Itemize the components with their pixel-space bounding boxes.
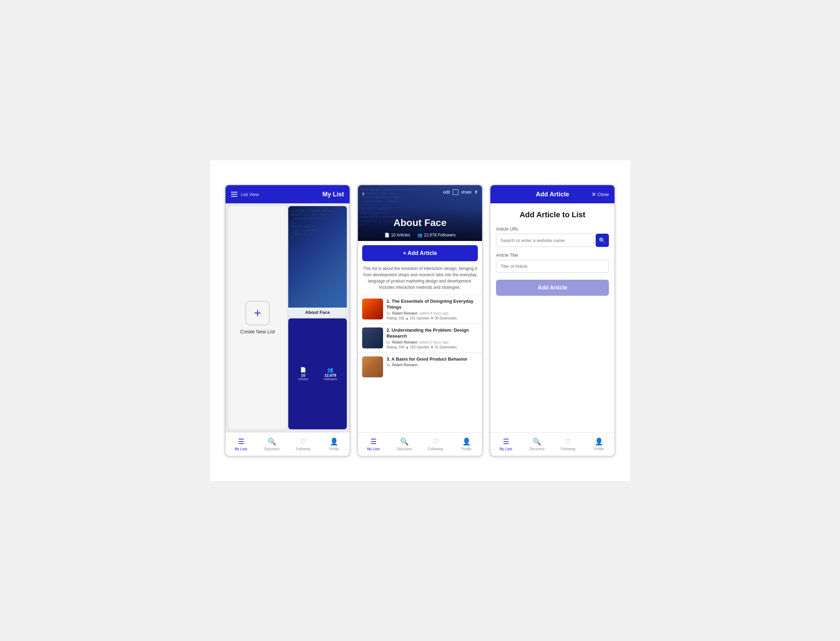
phone3-content: Add Article to List Article URL 🔍 Articl… (490, 203, 615, 432)
close-x-icon: ✕ (591, 191, 596, 198)
create-new-label: Create New List (240, 329, 275, 335)
phone1-header: List View My List (225, 185, 350, 203)
article-item[interactable]: 2. Understanding the Problem: Design Res… (358, 324, 482, 353)
article-item[interactable]: 3. A Basis for Good Product Behavior by:… (358, 353, 482, 381)
phone1-title: My List (323, 191, 344, 198)
nav-discovery-2[interactable]: 🔍 Discovery (389, 432, 420, 456)
list-view-label: List View (241, 192, 259, 197)
about-face-stats[interactable]: 📄 10 Articles 👥 12,678 Followers (288, 319, 347, 429)
phone3-header: Add Article ✕ Close (490, 185, 615, 203)
profile-icon-3: 👤 (594, 437, 603, 446)
article-meta-2: by: Robert Reimann added 2 hours ago (387, 340, 478, 344)
search-button[interactable]: 🔍 (596, 234, 609, 247)
phone1-content: + Create New List const app = require('e… (225, 203, 350, 432)
articles-stat: 📄 10 Articles (298, 367, 308, 381)
phone2-bottom-nav: ☰ My Lists 🔍 Discovery ♡ Following 👤 Pro… (358, 432, 482, 456)
articles-stat-icon: 📄 (384, 233, 390, 237)
phone-my-list: List View My List + Create New List cons… (225, 185, 350, 456)
form-main-title: Add Article to List (496, 210, 609, 219)
discovery-icon: 🔍 (268, 437, 276, 446)
phone1-bottom-nav: ☰ My Lists 🔍 Discovery ♡ Following 👤 Pro… (225, 432, 350, 456)
nav-following-2[interactable]: ♡ Following (420, 432, 451, 456)
phone3-title: Add Article (536, 191, 569, 198)
article-title-3: 3. A Basis for Good Product Behavior (387, 356, 478, 362)
nav-my-lists[interactable]: ☰ My Lists (225, 432, 257, 456)
title-label: Article Title (496, 253, 609, 258)
article-info-2: 2. Understanding the Problem: Design Res… (387, 327, 478, 349)
my-lists-icon-2: ☰ (371, 437, 377, 446)
articles-count-stat: 📄 10 Articles (384, 233, 410, 237)
nav-discovery-3[interactable]: 🔍 Discovery (522, 432, 553, 456)
close-button[interactable]: ✕ Close (591, 191, 609, 198)
followers-icon: 👥 (327, 367, 333, 372)
edit-button[interactable]: edit (443, 190, 450, 195)
menu-icon[interactable] (231, 192, 238, 197)
article-info-3: 3. A Basis for Good Product Behavior by:… (387, 356, 478, 377)
article-rating-1: Rating: 105 ▲ 151 Upvotes ▼ 50 Downvotes (387, 316, 478, 320)
submit-add-article-button[interactable]: Add Article (496, 280, 609, 296)
followers-count-stat: 👥 12,678 Followers (417, 233, 456, 237)
nav-profile[interactable]: 👤 Profile (318, 432, 350, 456)
nav-my-lists-2[interactable]: ☰ My Lists (358, 432, 389, 456)
article-info-1: 1. The Essentials of Designing Everyday … (387, 298, 478, 320)
my-lists-icon-3: ☰ (503, 437, 509, 446)
phone3-bottom-nav: ☰ My Lists 🔍 Discovery ♡ Following 👤 Pro… (490, 432, 615, 456)
nav-discovery[interactable]: 🔍 Discovery (257, 432, 287, 456)
article-thumbnail-1 (362, 298, 383, 319)
nav-profile-2[interactable]: 👤 Profile (451, 432, 482, 456)
plus-icon: + (246, 301, 270, 325)
url-input[interactable] (496, 234, 594, 247)
article-meta-3: by: Robert Reimann (387, 363, 478, 367)
following-icon: ♡ (300, 437, 307, 446)
create-new-list-button[interactable]: + Create New List (228, 206, 287, 429)
nav-my-lists-3[interactable]: ☰ My Lists (490, 432, 522, 456)
share-icon: ⬆ (474, 190, 478, 195)
profile-icon: 👤 (330, 437, 339, 446)
back-button[interactable]: ‹ (362, 189, 365, 197)
decorative-code: const app = require('express'); app.get(… (288, 206, 347, 317)
article-title-input[interactable] (496, 260, 609, 273)
share-button[interactable]: share (461, 190, 472, 195)
discovery-icon-3: 🔍 (533, 437, 541, 446)
phone2-content: + Add Article This list is about the evo… (358, 241, 482, 432)
about-face-card-top[interactable]: const app = require('express'); app.get(… (288, 206, 347, 317)
following-icon-3: ♡ (565, 437, 571, 446)
following-icon-2: ♡ (432, 437, 439, 446)
about-face-title: About Face (358, 217, 482, 229)
article-meta-1: by: Robert Reimann added 4 hours ago (387, 311, 478, 315)
followers-stat-icon: 👥 (417, 233, 422, 237)
article-title-1: 1. The Essentials of Designing Everyday … (387, 298, 478, 310)
outer-wrapper: List View My List + Create New List cons… (210, 160, 630, 481)
nav-following[interactable]: ♡ Following (287, 432, 318, 456)
edit-share-controls: edit share ⬆ (443, 189, 478, 195)
article-rating-2: Rating: 104 ▲ 153 Upvotes ▼ 31 Downvotes (387, 345, 478, 349)
article-thumbnail-2 (362, 327, 383, 348)
article-item[interactable]: 1. The Essentials of Designing Everyday … (358, 295, 482, 324)
profile-icon-2: 👤 (462, 437, 471, 446)
followers-stat: 👥 12,678 Followers (323, 367, 337, 381)
list-description: This list is about the evolution of inte… (358, 266, 482, 295)
article-thumbnail-3 (362, 356, 383, 377)
nav-profile-3[interactable]: 👤 Profile (583, 432, 615, 456)
my-lists-icon: ☰ (238, 437, 244, 446)
phone-about-face: const design = require('interaction'); i… (357, 185, 483, 456)
add-article-button[interactable]: + Add Article (362, 245, 478, 261)
phone2-header-image: const design = require('interaction'); i… (358, 185, 482, 241)
discovery-icon-2: 🔍 (400, 437, 409, 446)
edit-icon (453, 189, 458, 195)
about-face-label: About Face (288, 308, 347, 317)
phone-add-article: Add Article ✕ Close Add Article to List … (490, 185, 615, 456)
header-stats-bar: 📄 10 Articles 👥 12,678 Followers (358, 233, 482, 237)
nav-following-3[interactable]: ♡ Following (553, 432, 583, 456)
url-input-row: 🔍 (496, 234, 609, 247)
articles-icon: 📄 (300, 367, 306, 372)
url-label: Article URL (496, 226, 609, 232)
article-title-2: 2. Understanding the Problem: Design Res… (387, 327, 478, 339)
